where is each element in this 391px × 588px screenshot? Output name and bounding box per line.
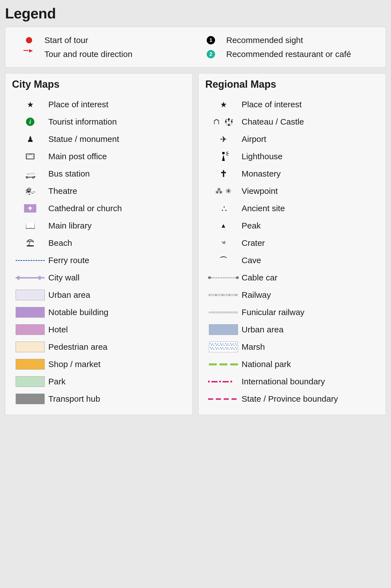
legend-label: Statue / monument	[48, 134, 121, 144]
legend-row-urban-region: Urban area	[205, 321, 379, 338]
legend-label: Start of tour	[44, 35, 90, 46]
legend-row-post-office: Main post office	[12, 148, 186, 165]
ferry-line-icon	[16, 260, 45, 261]
legend-label: Bus station	[48, 168, 92, 179]
legend-icon-cell: ♟	[12, 135, 48, 144]
legend-top-right: 1Recommended sight2Recommended restauran…	[196, 33, 377, 61]
legend-icon-cell: 1	[196, 36, 226, 44]
legend-icon-cell: ⛱	[12, 239, 48, 248]
legend-label: Transport hub	[48, 394, 102, 404]
legend-row-statue: ♟Statue / monument	[12, 130, 186, 148]
legend-label: Place of interest	[48, 99, 111, 110]
lighthouse-icon	[219, 152, 228, 161]
legend-row-beach: ⛱Beach	[12, 234, 186, 252]
legend-row-pedestrian: Pedestrian area	[12, 338, 186, 356]
legend-icon-cell	[12, 359, 48, 370]
legend-row-library: 📖Main library	[12, 217, 186, 234]
intl-boundary-icon	[208, 381, 239, 382]
legend-title: Legend	[5, 5, 386, 22]
regional-maps-heading: Regional Maps	[205, 78, 379, 90]
legend-label: Ancient site	[242, 203, 287, 214]
legend-label: Urban area	[242, 324, 286, 335]
info-icon: i	[26, 118, 34, 126]
legend-label: Place of interest	[242, 99, 304, 110]
marsh-swatch-icon	[209, 342, 238, 352]
legend-row-funicular: Funicular railway	[205, 304, 379, 321]
legend-row-poi-city: ★Place of interest	[12, 96, 186, 113]
notable-building-swatch-icon	[16, 307, 45, 318]
legend-row-rec-resto: 2Recommended restaurant or café	[196, 47, 377, 61]
legend-icon-cell: ༄	[205, 239, 242, 247]
legend-row-cave: ⌒Cave	[205, 252, 379, 269]
legend-icon-cell: ★	[205, 100, 242, 109]
legend-icon-cell	[205, 342, 242, 352]
chateau-icon: ⛫🏰	[214, 118, 233, 126]
legend-icon-cell	[12, 290, 48, 300]
legend-label: National park	[242, 359, 293, 370]
legend-icon-cell	[205, 152, 242, 161]
shop-swatch-icon	[16, 359, 45, 370]
legend-icon-cell	[205, 312, 242, 313]
urban-city-swatch-icon	[16, 290, 45, 300]
legend-icon-cell	[12, 204, 48, 213]
legend-label: Peak	[242, 220, 263, 231]
legend-row-start-of-tour: Start of tour	[14, 33, 196, 47]
legend-label: Monastery	[242, 168, 283, 179]
legend-row-poi-region: ★Place of interest	[205, 96, 379, 113]
legend-row-ferry: Ferry route	[12, 252, 186, 269]
legend-row-cablecar: Cable car	[205, 269, 379, 286]
legend-icon-cell	[14, 37, 44, 43]
legend-label: Beach	[48, 238, 74, 248]
peak-icon: ▲	[220, 222, 227, 229]
bus-icon: 🚐	[25, 169, 35, 179]
legend-icon-cell	[205, 363, 242, 365]
urban-region-swatch-icon	[209, 324, 238, 335]
envelope-icon	[26, 154, 34, 159]
legend-label: Recommended sight	[226, 35, 305, 46]
legend-label: Pedestrian area	[48, 342, 110, 352]
cave-icon: ⌒	[220, 255, 227, 266]
legend-label: City wall	[48, 272, 82, 283]
legend-label: International boundary	[242, 376, 327, 387]
legend-row-peak: ▲Peak	[205, 217, 379, 234]
legend-row-intl-boundary: International boundary	[205, 373, 379, 390]
theatre-icon: 🎭	[25, 186, 35, 196]
legend-icon-cell	[12, 307, 48, 318]
legend-icon-cell: ⛫🏰	[205, 118, 242, 126]
legend-row-church: Cathedral or church	[12, 200, 186, 217]
monastery-icon: ✝	[220, 168, 227, 179]
viewpoint-icon: ⁂✳	[215, 187, 232, 196]
regional-maps-list: ★Place of interest⛫🏰Chateau / Castle✈Air…	[205, 96, 379, 408]
legend-columns: City Maps ★Place of interestiTourist inf…	[5, 73, 386, 415]
legend-row-marsh: Marsh	[205, 338, 379, 356]
cable-car-icon	[208, 276, 239, 279]
legend-label: Railway	[242, 290, 273, 300]
legend-icon-cell	[12, 277, 48, 278]
library-icon: 📖	[25, 221, 35, 230]
beach-icon: ⛱	[26, 239, 34, 248]
star-icon: ★	[220, 100, 227, 109]
legend-label: State / Province boundary	[242, 394, 340, 404]
legend-icon-cell	[12, 376, 48, 387]
pedestrian-swatch-icon	[16, 342, 45, 352]
legend-icon-cell: ✈	[205, 134, 242, 144]
legend-icon-cell	[12, 260, 48, 261]
start-dot-icon	[26, 37, 32, 43]
legend-icon-cell: ✝	[205, 168, 242, 179]
legend-row-chateau: ⛫🏰Chateau / Castle	[205, 113, 379, 130]
legend-label: Shop / market	[48, 359, 103, 370]
railway-icon	[209, 294, 238, 296]
legend-icon-cell: ⁂✳	[205, 187, 242, 196]
legend-row-lighthouse: Lighthouse	[205, 148, 379, 165]
legend-icon-cell: 2	[196, 50, 226, 58]
legend-icon-cell	[12, 154, 48, 159]
legend-label: Lighthouse	[242, 151, 285, 162]
legend-icon-cell: 🎭	[12, 186, 48, 196]
legend-label: Marsh	[242, 342, 267, 352]
legend-row-viewpoint: ⁂✳Viewpoint	[205, 182, 379, 200]
legend-row-airport: ✈Airport	[205, 130, 379, 148]
legend-label: Urban area	[48, 290, 92, 300]
legend-icon-cell	[205, 294, 242, 296]
legend-row-theatre: 🎭Theatre	[12, 182, 186, 200]
funicular-icon	[209, 312, 238, 313]
